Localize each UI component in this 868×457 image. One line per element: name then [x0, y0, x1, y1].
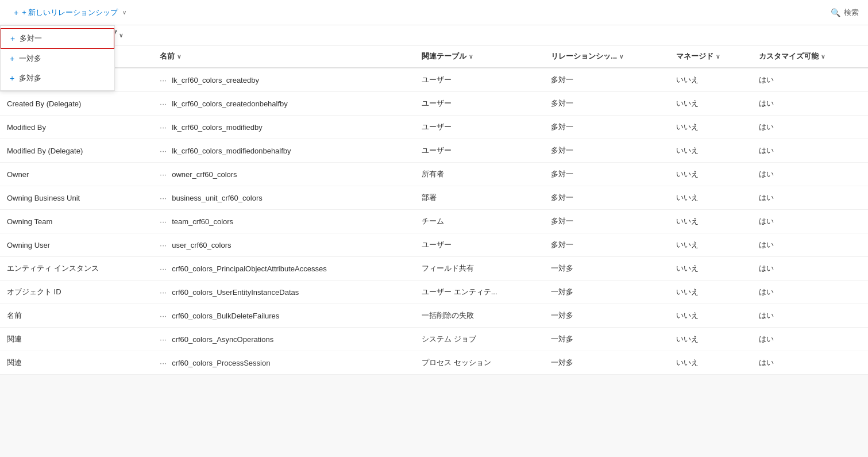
table-container: 表示名 ∨ 名前 ∨ 関連テーブル ∨ [0, 45, 868, 375]
cell-display-name: Modified By [0, 116, 153, 139]
cell-customizable: はい [752, 281, 868, 304]
new-relationship-button[interactable]: + + 新しいリレーションシップ ∨ [9, 5, 131, 20]
cell-dots-menu: ···crf60_colors_AsyncOperations [153, 328, 415, 351]
cell-customizable: はい [752, 68, 868, 92]
new-relationship-label: + 新しいリレーションシップ [22, 7, 118, 18]
cell-display-name: Owning Team [0, 210, 153, 233]
cell-customizable: はい [752, 304, 868, 328]
plus-icon: + [10, 54, 14, 63]
cell-dots-menu: ···lk_crf60_colors_createdby [153, 68, 415, 92]
search-label[interactable]: 検索 [844, 7, 859, 18]
col-header-related-table[interactable]: 関連テーブル ∨ [415, 45, 544, 68]
cell-display-name: 名前 [0, 304, 153, 328]
cell-relationship-type: 一対多 [544, 281, 669, 304]
dots-menu-icon[interactable]: ··· [160, 359, 167, 367]
table-row: 名前 ···crf60_colors_BulkDeleteFailures 一括… [0, 304, 868, 328]
sort-icon-name: ∨ [177, 53, 181, 60]
table-row: Created By ···lk_crf60_colors_createdby … [0, 68, 868, 92]
chevron-down-icon: ∨ [122, 9, 126, 16]
dropdown-menu: + 多対一 + 一対多 + 多対多 [0, 25, 115, 91]
cell-related-table: ユーザー エンティテ... [415, 281, 544, 304]
dots-menu-icon[interactable]: ··· [160, 265, 167, 273]
plus-icon: + [10, 34, 15, 43]
cell-managed: いいえ [669, 281, 753, 304]
cell-customizable: はい [752, 233, 868, 257]
dots-menu-icon[interactable]: ··· [160, 289, 167, 297]
dots-menu-icon[interactable]: ··· [160, 312, 167, 320]
cell-related-table: ユーザー [415, 68, 544, 92]
cell-relationship-type: 多対一 [544, 163, 669, 186]
cell-relationship-type: 多対一 [544, 233, 669, 257]
cell-customizable: はい [752, 210, 868, 233]
cell-relationship-type: 多対一 [544, 68, 669, 92]
dots-menu-icon[interactable]: ··· [160, 76, 167, 85]
col-header-name[interactable]: 名前 ∨ [153, 45, 415, 68]
dots-menu-icon[interactable]: ··· [160, 241, 167, 249]
cell-relationship-type: 多対一 [544, 92, 669, 116]
cell-display-name: Owning User [0, 233, 153, 257]
cell-relationship-type: 多対一 [544, 116, 669, 139]
col-header-customizable[interactable]: カスタマイズ可能 ∨ [752, 45, 868, 68]
cell-relationship-type: 一対多 [544, 304, 669, 328]
table-row: Owning User ···user_crf60_colors ユーザー 多対… [0, 233, 868, 257]
cell-relationship-type: 一対多 [544, 351, 669, 375]
cell-related-table: ユーザー [415, 92, 544, 116]
cell-dots-menu: ···team_crf60_colors [153, 210, 415, 233]
table-row: Owner ···owner_crf60_colors 所有者 多対一 いいえ … [0, 163, 868, 186]
one-to-many-label: 一対多 [19, 53, 41, 64]
cell-customizable: はい [752, 351, 868, 375]
table-header-row: 表示名 ∨ 名前 ∨ 関連テーブル ∨ [0, 45, 868, 68]
col-name-label: 名前 [160, 51, 175, 62]
cell-managed: いいえ [669, 139, 753, 163]
dots-menu-icon[interactable]: ··· [160, 171, 167, 179]
cell-display-name: Owner [0, 163, 153, 186]
cell-dots-menu: ···crf60_colors_BulkDeleteFailures [153, 304, 415, 328]
dropdown-item-one-to-many[interactable]: + 一対多 [1, 49, 114, 68]
cell-relationship-type: 一対多 [544, 328, 669, 351]
many-to-one-label: 多対一 [20, 33, 42, 44]
dropdown-item-many-to-one[interactable]: + 多対一 [1, 28, 114, 49]
cell-display-name: Modified By (Delegate) [0, 139, 153, 163]
cell-display-name: 関連 [0, 328, 153, 351]
cell-managed: いいえ [669, 210, 753, 233]
search-icon: 🔍 [831, 8, 840, 17]
table-row: Modified By (Delegate) ···lk_crf60_color… [0, 139, 868, 163]
sort-icon-related-table: ∨ [469, 53, 473, 60]
cell-managed: いいえ [669, 92, 753, 116]
table-row: 関連 ···crf60_colors_ProcessSession プロセス セ… [0, 351, 868, 375]
cell-managed: いいえ [669, 186, 753, 210]
cell-dots-menu: ···owner_crf60_colors [153, 163, 415, 186]
col-relationship-type-label: リレーションシッ... [551, 51, 617, 62]
plus-icon: + [10, 74, 14, 83]
plus-icon: + [14, 8, 18, 17]
cell-related-table: ユーザー [415, 116, 544, 139]
col-customizable-label: カスタマイズ可能 [759, 51, 819, 62]
sort-icon-managed: ∨ [716, 53, 720, 60]
cell-dots-menu: ···business_unit_crf60_colors [153, 186, 415, 210]
col-header-relationship-type[interactable]: リレーションシッ... ∨ [544, 45, 669, 68]
breadcrumb-chevron-icon: ∨ [119, 32, 123, 39]
cell-display-name: 関連 [0, 351, 153, 375]
sort-icon-customizable: ∨ [821, 53, 825, 60]
dots-menu-icon[interactable]: ··· [160, 100, 167, 108]
cell-dots-menu: ···lk_crf60_colors_modifiedonbehalfby [153, 139, 415, 163]
dots-menu-icon[interactable]: ··· [160, 194, 167, 202]
cell-managed: いいえ [669, 233, 753, 257]
cell-managed: いいえ [669, 163, 753, 186]
cell-customizable: はい [752, 186, 868, 210]
cell-relationship-type: 多対一 [544, 139, 669, 163]
dropdown-item-many-to-many[interactable]: + 多対多 [1, 68, 114, 88]
dots-menu-icon[interactable]: ··· [160, 336, 167, 344]
cell-managed: いいえ [669, 304, 753, 328]
col-header-managed[interactable]: マネージド ∨ [669, 45, 753, 68]
cell-customizable: はい [752, 257, 868, 281]
relationships-table: 表示名 ∨ 名前 ∨ 関連テーブル ∨ [0, 45, 868, 375]
cell-managed: いいえ [669, 68, 753, 92]
dots-menu-icon[interactable]: ··· [160, 124, 167, 132]
dots-menu-icon[interactable]: ··· [160, 218, 167, 226]
cell-managed: いいえ [669, 116, 753, 139]
cell-related-table: 部署 [415, 186, 544, 210]
cell-dots-menu: ···crf60_colors_ProcessSession [153, 351, 415, 375]
dots-menu-icon[interactable]: ··· [160, 147, 167, 155]
cell-managed: いいえ [669, 328, 753, 351]
